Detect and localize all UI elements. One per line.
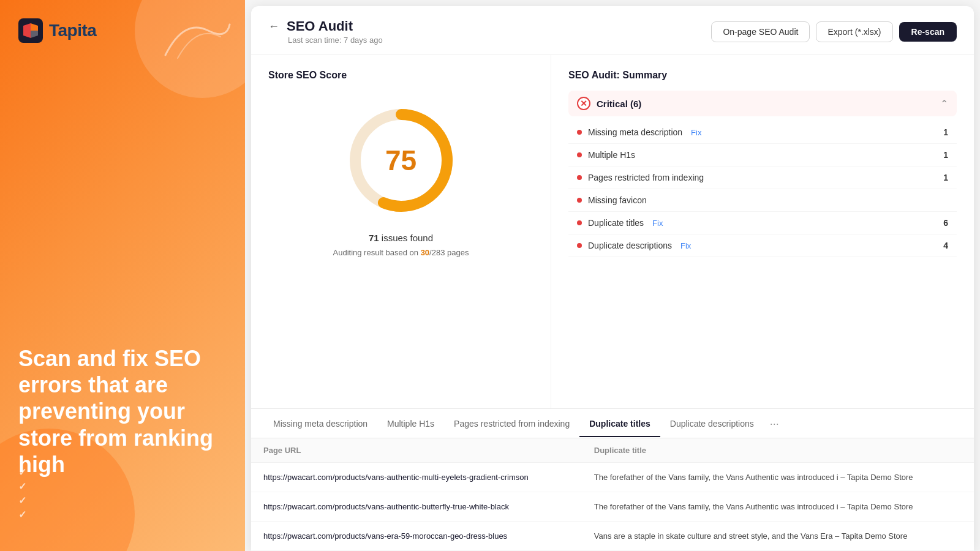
table-row: https://pwacart.com/products/vans-authen… (251, 463, 974, 492)
tab-item[interactable]: Duplicate descriptions (660, 410, 764, 437)
issue-count: 6 (943, 218, 948, 228)
chevron-1: ✓ (18, 467, 26, 478)
url-cell: https://pwacart.com/products/vans-authen… (251, 492, 582, 522)
red-dot-icon (577, 175, 582, 180)
issue-left: Duplicate titles Fix (577, 218, 663, 228)
issue-count: 4 (943, 241, 948, 250)
issue-text: Duplicate descriptions (588, 241, 672, 250)
issues-found-text: 71 issues found (369, 233, 433, 243)
main-window: ← SEO Audit Last scan time: 7 days ago O… (251, 6, 974, 551)
summary-section: SEO Audit: Summary ✕ Critical (6) ⌃ Miss… (551, 55, 974, 408)
audit-basis: Auditing result based on 30/283 pages (333, 248, 469, 257)
donut-chart: 75 (340, 99, 462, 222)
brand-name: Tapita (49, 21, 96, 40)
header-left: ← SEO Audit Last scan time: 7 days ago (268, 18, 383, 45)
issue-row: Duplicate descriptions Fix 4 (568, 234, 957, 257)
issue-left: Missing meta description Fix (577, 127, 701, 137)
brand-logo-icon (18, 18, 43, 43)
url-cell: https://pwacart.com/products/vans-authen… (251, 463, 582, 492)
title-cell: The forefather of the Vans family, the V… (582, 492, 974, 522)
brand: Tapita (18, 18, 227, 43)
red-dot-icon (577, 220, 582, 225)
donut-score: 75 (385, 144, 417, 177)
issue-left: Duplicate descriptions Fix (577, 241, 691, 250)
score-chart-area: 75 71 issues found Auditing result based… (268, 99, 533, 257)
issue-text: Duplicate titles (588, 218, 644, 228)
export-button[interactable]: Export (*.xlsx) (816, 21, 892, 42)
audit-pages-link[interactable]: 30 (421, 248, 429, 257)
issue-left: Multiple H1s (577, 150, 635, 160)
tabs-row: Missing meta descriptionMultiple H1sPage… (251, 409, 974, 438)
fix-link[interactable]: Fix (691, 128, 701, 137)
table-section: Missing meta descriptionMultiple H1sPage… (251, 408, 974, 551)
summary-title: SEO Audit: Summary (568, 70, 957, 81)
issue-text: Missing favicon (588, 195, 647, 205)
url-cell: https://pwacart.com/products/vans-era-59… (251, 522, 582, 551)
score-section-title: Store SEO Score (268, 70, 533, 81)
data-table: Page URL Duplicate title https://pwacart… (251, 438, 974, 551)
tab-item[interactable]: Duplicate titles (579, 410, 660, 437)
score-section: Store SEO Score 75 71 issues found (251, 55, 551, 408)
chevron-3: ✓ (18, 495, 26, 506)
critical-left: ✕ Critical (6) (577, 97, 641, 110)
onpage-seo-audit-button[interactable]: On-page SEO Audit (711, 21, 810, 42)
critical-icon: ✕ (577, 97, 590, 110)
issue-left: Missing favicon (577, 195, 647, 205)
title-cell: The forefather of the Vans family, the V… (582, 463, 974, 492)
table-body: https://pwacart.com/products/vans-authen… (251, 463, 974, 551)
issue-row: Multiple H1s 1 (568, 144, 957, 167)
table-row: https://pwacart.com/products/vans-authen… (251, 492, 974, 522)
table-row: https://pwacart.com/products/vans-era-59… (251, 522, 974, 551)
tabs-more-button[interactable]: ··· (764, 409, 785, 438)
right-panel: ← SEO Audit Last scan time: 7 days ago O… (245, 0, 980, 551)
issue-row: Pages restricted from indexing 1 (568, 167, 957, 189)
window-header: ← SEO Audit Last scan time: 7 days ago O… (251, 6, 974, 55)
issue-count: 1 (943, 127, 948, 137)
table-container: Page URL Duplicate title https://pwacart… (251, 438, 974, 551)
back-arrow-icon[interactable]: ← (268, 20, 279, 33)
col-url-header: Page URL (251, 438, 582, 463)
fix-link[interactable]: Fix (680, 241, 691, 250)
window-body: Store SEO Score 75 71 issues found (251, 55, 974, 408)
issues-list: Missing meta description Fix 1 Multiple … (568, 121, 957, 257)
critical-header[interactable]: ✕ Critical (6) ⌃ (568, 91, 957, 116)
chevron-up-icon: ⌃ (940, 98, 948, 110)
last-scan-text: Last scan time: 7 days ago (288, 36, 383, 45)
headline: Scan and fix SEO errors that are prevent… (18, 345, 227, 478)
chevron-indicators: ✓ ✓ ✓ ✓ (18, 467, 26, 520)
header-title-row: ← SEO Audit (268, 18, 383, 34)
critical-label: Critical (6) (597, 99, 641, 109)
issue-row: Missing favicon (568, 189, 957, 212)
chevron-2: ✓ (18, 481, 26, 492)
title-cell: Vans are a staple in skate culture and s… (582, 522, 974, 551)
red-dot-icon (577, 198, 582, 203)
page-title: SEO Audit (287, 18, 353, 34)
tab-item[interactable]: Pages restricted from indexing (444, 410, 579, 437)
fix-link[interactable]: Fix (652, 219, 663, 228)
issue-count: 1 (943, 150, 948, 160)
col-title-header: Duplicate title (582, 438, 974, 463)
tab-item[interactable]: Multiple H1s (377, 410, 444, 437)
issue-text: Multiple H1s (588, 150, 635, 160)
issue-text: Missing meta description (588, 127, 682, 137)
red-dot-icon (577, 243, 582, 248)
issue-left: Pages restricted from indexing (577, 173, 704, 182)
red-dot-icon (577, 152, 582, 157)
issue-text: Pages restricted from indexing (588, 173, 704, 182)
issue-row: Duplicate titles Fix 6 (568, 212, 957, 234)
issue-row: Missing meta description Fix 1 (568, 121, 957, 144)
red-dot-icon (577, 130, 582, 135)
header-actions: On-page SEO Audit Export (*.xlsx) Re-sca… (711, 21, 957, 42)
headline-text: Scan and fix SEO errors that are prevent… (18, 345, 227, 478)
rescan-button[interactable]: Re-scan (899, 22, 957, 42)
left-panel: Tapita Scan and fix SEO errors that are … (0, 0, 245, 551)
tab-item[interactable]: Missing meta description (263, 410, 377, 437)
chevron-4: ✓ (18, 509, 26, 520)
issue-count: 1 (943, 173, 948, 182)
